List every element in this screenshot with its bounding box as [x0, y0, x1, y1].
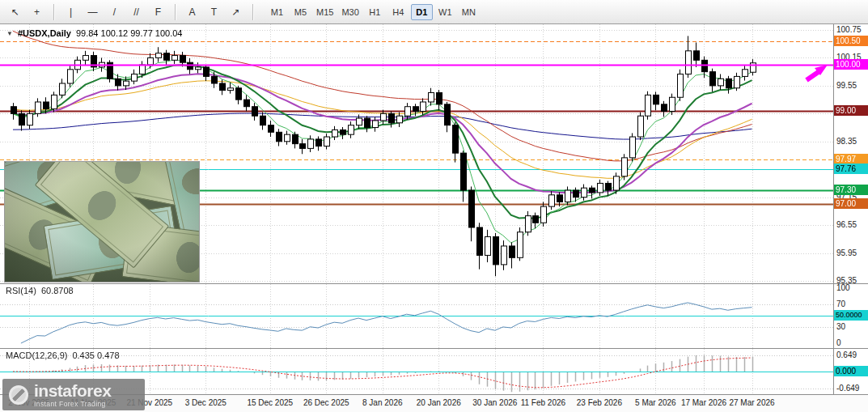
timeframe-button-M15[interactable]: M15: [313, 4, 337, 20]
timeframe-button-M30[interactable]: M30: [338, 4, 362, 20]
timeframe-button-MN[interactable]: MN: [458, 4, 480, 20]
rsi-label: RSI(14) 60.8708: [6, 286, 74, 295]
date-axis-label: 27 Mar 2026: [729, 398, 774, 407]
price-tick-label: 95.95: [836, 248, 857, 257]
timeframe-button-M1[interactable]: M1: [266, 4, 288, 20]
instaforex-logo-icon: [9, 385, 28, 405]
chart-title: ▼ #USDX,Daily 99.84 100.12 99.77 100.04: [6, 28, 182, 38]
price-tick-label: 0: [836, 338, 841, 347]
watermark-tagline: Instant Forex Trading: [34, 401, 111, 408]
price-tick-label: 99.55: [836, 81, 857, 90]
toolbar-separator: [53, 4, 54, 20]
timeframe-button-D1[interactable]: D1: [411, 4, 433, 20]
date-axis-label: 17 Mar 2026: [681, 398, 726, 407]
macd-label: MACD(12,26,9) 0.435 0.478: [6, 350, 120, 360]
trendline-tool[interactable]: /: [104, 3, 125, 21]
price-tick-label: 100: [836, 283, 850, 292]
date-axis-label: 3 Dec 2025: [185, 398, 227, 407]
label-tool[interactable]: T: [204, 3, 224, 21]
date-axis-label: 11 Feb 2026: [521, 398, 565, 407]
price-level-badge: 97.76: [834, 164, 868, 174]
chart-symbol-label: #USDX,Daily: [18, 28, 71, 38]
date-axis-label: 5 Mar 2026: [635, 398, 676, 407]
instaforex-watermark: instaforex Instant Forex Trading: [2, 379, 145, 410]
macd-value: 0.435 0.478: [72, 350, 119, 360]
price-level-badge: 100.50: [834, 36, 868, 46]
price-level-badge: 97.97: [834, 154, 868, 164]
rsi-name: RSI(14): [6, 286, 36, 295]
horizontal-line-tool[interactable]: —: [83, 3, 103, 21]
vertical-line-tool[interactable]: |: [61, 3, 81, 21]
price-level-badge: 97.00: [834, 198, 868, 209]
date-axis-label: 23 Feb 2026: [577, 398, 622, 407]
trading-platform-window: ↖+|—///FAT↗ M1M5M15M30H1H4D1W1MN ▼ #USDX…: [0, 0, 868, 412]
timeframe-buttons-group: M1M5M15M30H1H4D1W1MN: [266, 4, 480, 20]
timeframe-button-H1[interactable]: H1: [364, 4, 386, 20]
date-axis-label: 8 Jan 2026: [362, 398, 403, 407]
drawing-tools-group: ↖+|—///FAT↗: [5, 3, 258, 21]
date-axis-label: 30 Jan 2026: [472, 398, 517, 407]
timeframe-button-W1[interactable]: W1: [434, 4, 456, 20]
chart-menu-arrow-icon[interactable]: ▼: [6, 30, 13, 37]
price-level-badge: 50.0000: [834, 310, 868, 321]
price-tick-label: 30: [836, 322, 845, 331]
price-level-badge: 0.000: [834, 366, 868, 376]
price-tick-label: 98.35: [836, 137, 857, 146]
timeframe-button-M5[interactable]: M5: [290, 4, 311, 20]
fibonacci-tool[interactable]: F: [148, 3, 168, 21]
price-tick-label: 70: [836, 299, 845, 308]
photo-vignette: [5, 162, 199, 282]
date-axis-label: 26 Dec 2025: [303, 398, 349, 407]
rsi-canvas[interactable]: [0, 284, 833, 348]
price-tick-label: 96.55: [836, 220, 857, 229]
macd-scale[interactable]: 0.649-0.6490.000: [833, 349, 868, 394]
toolbar: ↖+|—///FAT↗ M1M5M15M30H1H4D1W1MN: [0, 0, 868, 24]
dollar-bills-photo: [5, 162, 199, 282]
main-chart-panel: ▼ #USDX,Daily 99.84 100.12 99.77 100.04 …: [0, 24, 868, 283]
price-level-badge: 99.00: [834, 105, 868, 116]
date-axis-label: 20 Jan 2026: [417, 398, 461, 407]
price-tick-label: 0.649: [836, 350, 857, 359]
macd-name: MACD(12,26,9): [6, 350, 67, 360]
rsi-value: 60.8708: [41, 286, 74, 295]
channel-tool[interactable]: //: [126, 3, 146, 21]
watermark-brand: instaforex: [34, 382, 111, 399]
timeframe-button-H4[interactable]: H4: [387, 4, 409, 20]
toolbar-separator: [252, 4, 253, 20]
crosshair-tool[interactable]: +: [27, 3, 47, 21]
date-axis-label: 15 Dec 2025: [247, 398, 293, 407]
price-tick-label: 100.75: [836, 25, 862, 34]
magenta-up-arrow-annotation[interactable]: [802, 62, 830, 84]
price-level-badge: 100.00: [834, 59, 868, 70]
cursor-tool[interactable]: ↖: [5, 3, 25, 21]
shapes-tool[interactable]: ↗: [226, 3, 246, 21]
price-level-badge: 97.30: [834, 185, 868, 195]
rsi-indicator-panel: RSI(14) 60.8708 1007030050.0000: [0, 283, 868, 348]
price-tick-label: -0.649: [836, 384, 859, 393]
text-tool[interactable]: A: [182, 3, 202, 21]
chart-ohlc-values: 99.84 100.12 99.77 100.04: [76, 28, 183, 38]
toolbar-separator: [175, 4, 176, 20]
price-scale[interactable]: 100.75100.1599.5598.3597.1596.5595.9595.…: [833, 24, 868, 283]
rsi-scale[interactable]: 1007030050.0000: [833, 284, 868, 348]
